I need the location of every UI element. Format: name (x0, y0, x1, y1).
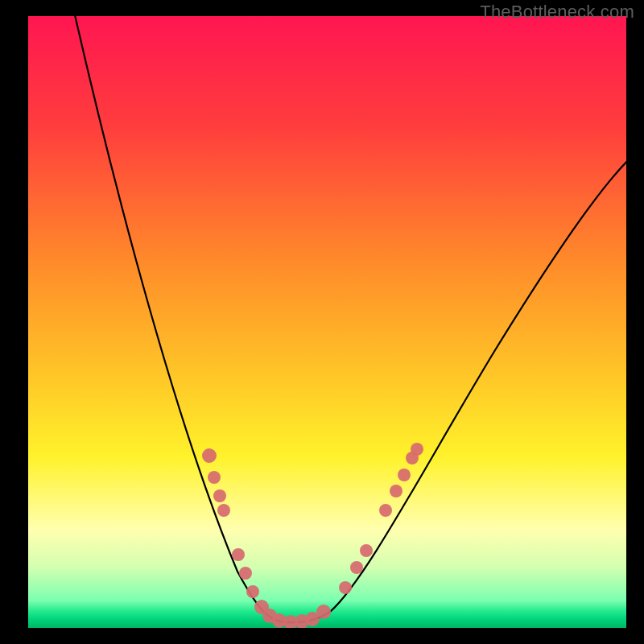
data-marker (202, 448, 217, 463)
data-marker (239, 567, 252, 580)
data-marker (411, 443, 423, 456)
chart-frame: TheBottleneck.com (0, 0, 644, 644)
data-marker (217, 504, 230, 517)
data-marker (350, 561, 363, 574)
data-marker (316, 605, 331, 619)
data-marker (208, 471, 221, 484)
curve-layer (28, 16, 626, 628)
data-marker (246, 585, 259, 598)
bottleneck-curve (73, 16, 626, 622)
data-marker (213, 489, 226, 502)
watermark-text: TheBottleneck.com (480, 2, 634, 23)
data-marker (339, 581, 352, 594)
data-marker (379, 504, 392, 517)
data-marker (232, 548, 245, 561)
data-marker (390, 485, 402, 497)
data-marker (360, 544, 373, 557)
plot-area (28, 16, 626, 628)
data-marker (398, 469, 411, 481)
marker-group (202, 443, 423, 628)
